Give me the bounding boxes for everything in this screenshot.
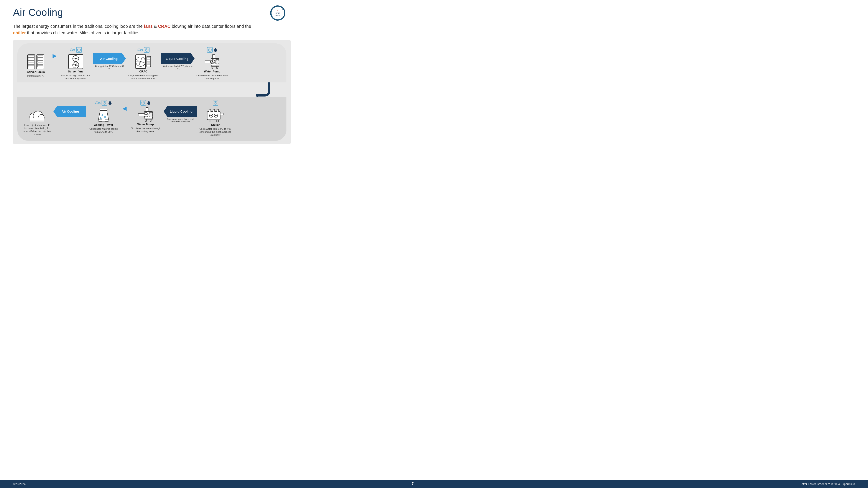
svg-point-51 <box>216 63 217 64</box>
power-icon-2 <box>144 47 150 53</box>
water-supplied-label: Water supplied at 7°C, rises to 13°C <box>162 65 193 70</box>
clouds-icon <box>28 107 45 123</box>
server-fans-icon <box>68 54 83 70</box>
water-pump-top-item: Water Pump Chilled water distributed to … <box>196 47 228 80</box>
svg-rect-12 <box>37 55 44 69</box>
svg-rect-101 <box>216 120 219 122</box>
cooling-tower-top-icons <box>95 100 112 106</box>
air-supplied-label: Air supplied at 13°C rises to 22 °C <box>94 65 125 70</box>
svg-point-85 <box>149 116 150 117</box>
svg-point-93 <box>211 115 212 116</box>
subtitle-part3: blowing air into data center floors and … <box>170 24 251 29</box>
svg-rect-37 <box>213 55 215 59</box>
chiller-top-icons <box>213 100 218 106</box>
air-cooling-arrow-top: Air Cooling Air supplied at 13°C rises t… <box>93 47 126 70</box>
header-area: Air Cooling S UPER MICRO ® <box>13 6 291 20</box>
fans-highlight: fans <box>144 24 153 29</box>
svg-rect-53 <box>211 65 219 66</box>
slide: Air Cooling S UPER MICRO ® The largest e… <box>0 0 304 171</box>
air-cooling-arrow-bottom: Air Cooling <box>53 100 86 117</box>
crac-icon <box>135 54 152 70</box>
chiller-icon <box>207 107 224 123</box>
water-drop-icon-3 <box>147 100 151 105</box>
water-pump-top-icons <box>207 47 217 53</box>
cooling-tower-icon <box>96 107 111 123</box>
svg-point-21 <box>75 58 76 59</box>
svg-rect-100 <box>209 120 211 122</box>
water-pump-bottom-desc: Circulates the water through the cooling… <box>129 127 162 133</box>
svg-rect-71 <box>146 107 148 111</box>
water-pump-top-icon <box>205 54 220 70</box>
wind-icon-2 <box>137 47 143 52</box>
server-fans-label: Server fans <box>68 70 83 73</box>
svg-point-50 <box>218 60 219 61</box>
water-pump-bottom-label: Water Pump <box>137 123 154 126</box>
svg-text:®: ® <box>282 9 283 10</box>
power-icon-1 <box>76 47 82 53</box>
svg-rect-32 <box>147 62 150 64</box>
wind-icon <box>70 47 75 52</box>
air-cooling-label-bottom: Air Cooling <box>53 106 86 117</box>
svg-marker-58 <box>256 94 258 97</box>
svg-rect-99 <box>220 113 223 115</box>
svg-rect-6 <box>28 55 35 69</box>
subtitle-part1: The largest energy consumers in the trad… <box>13 24 144 29</box>
svg-point-83 <box>149 113 150 113</box>
water-pump-bottom-icon <box>138 107 153 123</box>
svg-point-73 <box>145 114 147 116</box>
liquid-cooling-label-bottom: Liquid Cooling <box>164 106 197 117</box>
crac-label: CRAC <box>139 70 148 73</box>
server-racks-item: Server Racks Inlet temp 22 °C <box>22 47 50 77</box>
server-racks-icon <box>27 54 44 70</box>
water-pump-top-label: Water Pump <box>204 70 220 73</box>
svg-point-86 <box>152 116 153 117</box>
wind-icon-3 <box>95 100 101 105</box>
water-pump-bottom-item: Water Pump Circulates the water through … <box>129 100 162 133</box>
svg-point-27 <box>140 61 142 62</box>
connector-arrow-bottom-1: ◄ <box>121 100 128 115</box>
curve-area <box>18 83 286 98</box>
svg-text:S: S <box>277 10 278 11</box>
air-cooling-label-top: Air Cooling <box>93 53 126 64</box>
curve-connector-svg <box>256 83 278 98</box>
water-drop-icon-1 <box>214 47 217 53</box>
svg-rect-87 <box>145 118 153 119</box>
power-icon-3 <box>207 47 213 53</box>
svg-rect-29 <box>147 57 150 58</box>
cooling-tower-item: Cooling Tower Condenser water is cooled … <box>87 100 120 134</box>
svg-point-84 <box>152 113 153 113</box>
server-racks-label: Server Racks <box>27 70 45 73</box>
clouds-desc: Heat rejected outside. If the cooler is … <box>23 124 51 136</box>
cooling-tower-desc: Condenser water is cooled from 35°C to 2… <box>87 127 120 134</box>
svg-point-23 <box>75 64 76 66</box>
svg-rect-31 <box>147 61 150 62</box>
bottom-flow: Heat rejected outside. If the cooler is … <box>22 100 282 137</box>
svg-text:UPER: UPER <box>275 12 280 14</box>
svg-rect-33 <box>147 64 150 65</box>
subtitle: The largest energy consumers in the trad… <box>13 23 252 36</box>
svg-rect-88 <box>145 119 147 122</box>
water-pump-top-desc: Chilled water distributed to air handlin… <box>196 74 228 80</box>
server-fans-item: Server fans Pull air through front of ra… <box>59 47 92 80</box>
server-fans-top-icons <box>70 47 82 53</box>
slide-title: Air Cooling <box>13 6 63 18</box>
chiller-highlight: chiller <box>13 30 26 35</box>
svg-rect-89 <box>150 119 151 122</box>
power-icon-6 <box>213 100 218 106</box>
subtitle-part4: that provides chilled water. Miles of ve… <box>26 30 141 35</box>
crac-item: CRAC Large volume of air supplied to the… <box>127 47 160 80</box>
svg-rect-36 <box>205 61 211 63</box>
server-fans-desc: Pull air through front of rack across th… <box>59 74 92 80</box>
svg-rect-97 <box>213 109 215 112</box>
svg-text:MICRO: MICRO <box>275 14 280 16</box>
svg-rect-65 <box>100 109 107 110</box>
chiller-item: Chiller Cools water from 13°C to 7°C, co… <box>199 100 232 137</box>
liquid-cooling-arrow-top: Liquid Cooling Water supplied at 7°C, ri… <box>161 47 195 70</box>
bottom-section: Heat rejected outside. If the cooler is … <box>18 97 286 141</box>
chiller-desc: Cools water from 13°C to 7°C, consuming … <box>199 127 232 137</box>
svg-point-52 <box>218 63 219 64</box>
condenser-label: Condenser water takes heat rejected from… <box>163 118 198 123</box>
supermicro-logo: S UPER MICRO ® <box>270 5 285 21</box>
top-section: Server Racks Inlet temp 22 °C ► <box>18 43 286 83</box>
svg-rect-55 <box>217 66 218 69</box>
